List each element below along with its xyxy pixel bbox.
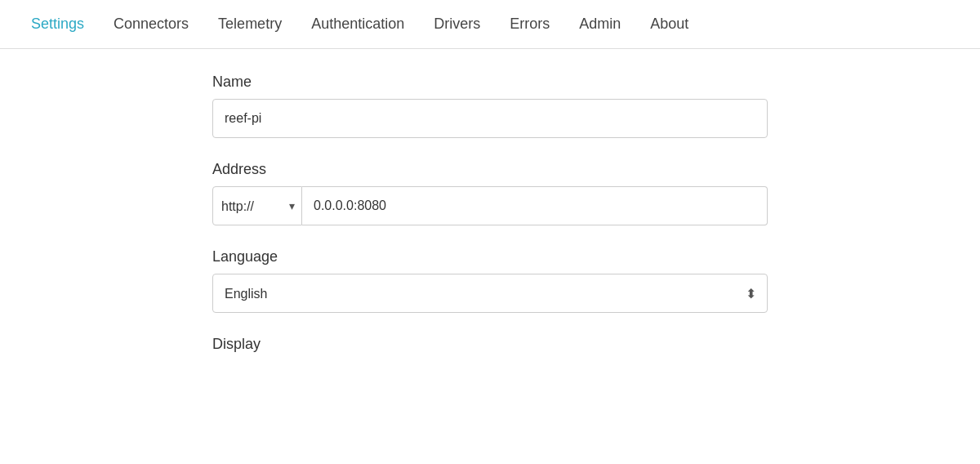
address-field-group: Address http:// https:// — [212, 161, 768, 225]
address-input[interactable] — [302, 186, 768, 225]
protocol-select[interactable]: http:// https:// — [221, 199, 278, 213]
name-input[interactable] — [212, 99, 768, 138]
nav-item-errors[interactable]: Errors — [495, 0, 564, 49]
settings-form: Name Address http:// https:// Language E… — [0, 49, 980, 400]
name-field-group: Name — [212, 74, 768, 138]
nav-item-telemetry[interactable]: Telemetry — [203, 0, 296, 49]
address-row: http:// https:// — [212, 186, 768, 225]
nav-item-drivers[interactable]: Drivers — [419, 0, 495, 49]
display-label: Display — [212, 336, 768, 353]
name-label: Name — [212, 74, 768, 91]
nav-item-settings[interactable]: Settings — [16, 0, 99, 49]
display-field-group: Display — [212, 336, 768, 353]
protocol-dropdown-wrap: http:// https:// — [212, 186, 302, 225]
nav-item-connectors[interactable]: Connectors — [99, 0, 203, 49]
language-field-group: Language English French German Spanish — [212, 248, 768, 313]
language-select[interactable]: English French German Spanish — [212, 274, 768, 313]
top-nav: Settings Connectors Telemetry Authentica… — [0, 0, 980, 49]
nav-item-authentication[interactable]: Authentication — [296, 0, 419, 49]
nav-item-admin[interactable]: Admin — [564, 0, 635, 49]
nav-item-about[interactable]: About — [635, 0, 703, 49]
address-label: Address — [212, 161, 768, 178]
language-label: Language — [212, 248, 768, 265]
language-select-wrap: English French German Spanish — [212, 274, 768, 313]
